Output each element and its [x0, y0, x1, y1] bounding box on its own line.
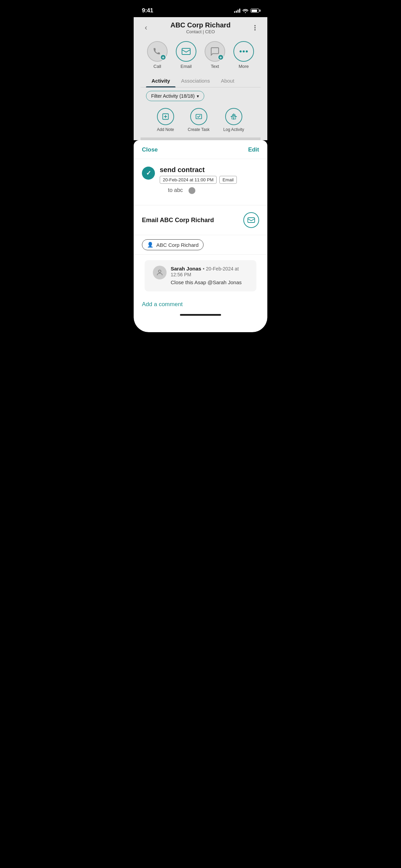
contact-tag-row: 👤 ABC Corp Richard	[134, 235, 267, 255]
call-label: Call	[154, 64, 161, 69]
wifi-icon	[242, 9, 248, 13]
svg-point-3	[246, 50, 248, 52]
phone-frame: 9:41 ‹ ABC Corp Richard Con	[134, 0, 267, 332]
svg-point-7	[158, 270, 161, 273]
create-task-label: Create Task	[188, 127, 210, 132]
contact-tag[interactable]: 👤 ABC Corp Richard	[142, 239, 204, 250]
task-type-badge: Email	[219, 176, 237, 184]
contact-tag-label: ABC Corp Richard	[156, 242, 198, 248]
text-label: Text	[211, 64, 219, 69]
tab-associations[interactable]: Associations	[175, 74, 215, 87]
call-action-button[interactable]: + Call	[147, 41, 168, 69]
more-label: More	[239, 64, 249, 69]
comment-author-line: Sarah Jonas • 20-Feb-2024 at 12:56 PM	[171, 266, 248, 277]
close-button[interactable]: Close	[142, 146, 158, 153]
task-completed-icon: ✓	[142, 167, 155, 180]
envelope-icon	[247, 217, 255, 223]
svg-point-1	[240, 50, 242, 52]
tabs-row: Activity Associations About	[141, 74, 260, 87]
text-plus-badge: +	[218, 54, 224, 60]
home-bar	[180, 314, 221, 316]
signal-bars-icon	[234, 9, 240, 13]
svg-point-2	[243, 50, 245, 52]
add-comment-row: Add a comment	[134, 296, 267, 311]
status-time: 9:41	[142, 7, 153, 14]
battery-icon	[251, 9, 259, 13]
action-buttons-row: + Call Email	[141, 37, 260, 74]
person-icon: 👤	[147, 242, 154, 248]
contact-header: ‹ ABC Corp Richard Contact | CEO	[141, 21, 260, 34]
phone-icon	[153, 47, 162, 56]
task-meta: 20-Feb-2024 at 11:00 PM Email	[160, 176, 259, 184]
text-action-button[interactable]: + Text	[205, 41, 225, 69]
contact-subtitle: Contact | CEO	[151, 29, 250, 34]
email-label: Email	[181, 64, 192, 69]
add-comment-button[interactable]: Add a comment	[142, 301, 183, 308]
chevron-down-icon: ▾	[197, 94, 199, 99]
add-note-icon	[162, 113, 169, 120]
email-action-button[interactable]: Email	[176, 41, 196, 69]
filter-bar: Filter Activity (18/18) ▾	[141, 87, 260, 105]
call-plus-badge: +	[160, 54, 166, 60]
task-item: ✓ send contract 20-Feb-2024 at 11:00 PM …	[134, 159, 267, 205]
quick-actions-row: Add Note Create Task	[141, 105, 260, 140]
more-dots-icon	[239, 50, 248, 53]
comment-section-wrapper: Sarah Jonas • 20-Feb-2024 at 12:56 PM Cl…	[134, 255, 267, 296]
task-title: send contract	[160, 166, 259, 174]
log-activity-label: Log Activity	[223, 127, 244, 132]
task-note: to abc	[142, 184, 259, 200]
create-task-icon	[195, 113, 203, 120]
email-contact-button[interactable]	[243, 212, 259, 228]
svg-rect-0	[182, 48, 190, 55]
loading-dot	[189, 187, 195, 194]
back-button[interactable]: ‹	[141, 22, 151, 33]
svg-rect-6	[248, 218, 255, 222]
comment-author: Sarah Jonas	[171, 266, 201, 272]
sheet-header: Close Edit	[134, 140, 267, 159]
tab-about[interactable]: About	[215, 74, 240, 87]
create-task-button[interactable]: Create Task	[188, 108, 210, 132]
status-icons	[234, 9, 259, 13]
home-indicator	[134, 311, 267, 318]
task-date: 20-Feb-2024 at 11:00 PM	[160, 176, 217, 184]
edit-button[interactable]: Edit	[248, 146, 259, 153]
comment-text: Close this Asap @Sarah Jonas	[171, 279, 248, 286]
contact-title-wrap: ABC Corp Richard Contact | CEO	[151, 21, 250, 34]
add-note-label: Add Note	[157, 127, 174, 132]
comment-section: Sarah Jonas • 20-Feb-2024 at 12:56 PM Cl…	[145, 260, 256, 291]
more-options-button[interactable]	[250, 22, 260, 33]
text-icon	[210, 47, 219, 56]
more-action-button[interactable]: More	[233, 41, 254, 69]
tab-activity[interactable]: Activity	[146, 74, 175, 87]
email-action-icon	[182, 48, 191, 55]
filter-activity-button[interactable]: Filter Activity (18/18) ▾	[146, 91, 204, 101]
log-activity-icon	[230, 113, 238, 120]
add-note-button[interactable]: Add Note	[157, 108, 174, 132]
contact-section: ‹ ABC Corp Richard Contact | CEO +	[134, 17, 267, 140]
email-section-label: Email ABC Corp Richard	[142, 217, 214, 224]
avatar-person-icon	[156, 269, 163, 276]
commenter-avatar	[153, 266, 167, 279]
log-activity-button[interactable]: Log Activity	[223, 108, 244, 132]
status-bar: 9:41	[134, 0, 267, 17]
bottom-sheet: Close Edit ✓ send contract 20-Feb-2024 a…	[134, 140, 267, 332]
email-section: Email ABC Corp Richard	[134, 205, 267, 235]
contact-name: ABC Corp Richard	[151, 21, 250, 29]
